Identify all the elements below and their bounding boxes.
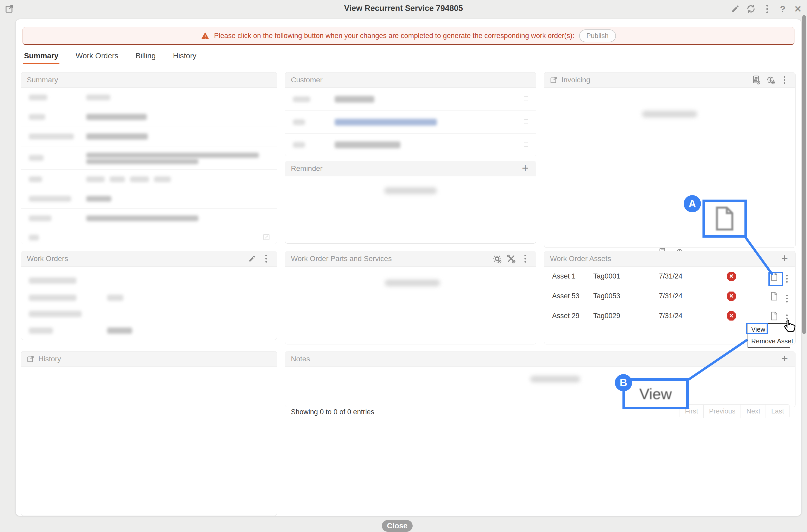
summary-edit-icon[interactable]	[263, 233, 270, 242]
more-options-icon[interactable]	[762, 4, 772, 14]
screen: View Recurrent Service 794805 ? × Please…	[0, 0, 807, 532]
work-orders-panel-title: Work Orders	[27, 254, 68, 263]
asset-tag: Tag0053	[593, 292, 620, 300]
work-orders-panel-header: Work Orders	[21, 251, 277, 267]
pagination-next-button[interactable]: Next	[741, 404, 766, 418]
work-orders-menu-icon[interactable]	[261, 254, 271, 264]
edit-icon[interactable]	[730, 4, 740, 14]
invoicing-panel-title: Invoicing	[561, 76, 590, 84]
assets-panel-header: Work Order Assets +	[544, 251, 795, 267]
mouse-cursor	[783, 318, 796, 334]
asset-row[interactable]: Asset 53 Tag0053 7/31/24 ×	[544, 286, 795, 306]
asset-name: Asset 29	[552, 312, 579, 320]
notes-panel: Notes + Showing 0 to 0 of 0 entries Firs…	[285, 351, 795, 407]
close-button[interactable]: Close	[382, 520, 413, 532]
recurring-payment-icon[interactable]	[766, 75, 775, 85]
work-orders-panel-body	[21, 267, 277, 340]
add-part-icon[interactable]	[492, 254, 502, 264]
invoicing-panel-header: Invoicing	[544, 72, 795, 88]
annotation-a-badge: A	[684, 195, 701, 212]
add-asset-icon[interactable]: +	[780, 254, 790, 264]
asset-document-icon[interactable]	[769, 290, 780, 302]
annotation-a-target-box	[768, 272, 783, 286]
customer-row-icon[interactable]	[523, 118, 529, 126]
entries-count-label: Showing 0 to 0 of 0 entries	[291, 408, 374, 416]
reminder-panel-body	[285, 176, 536, 243]
magnified-view-label: View	[639, 385, 672, 402]
invoicing-menu-icon[interactable]	[780, 75, 790, 85]
page-title: View Recurrent Service 794805	[0, 4, 807, 13]
invoicing-panel-body	[544, 88, 795, 247]
asset-name: Asset 53	[552, 292, 579, 300]
reminder-panel-header: Reminder +	[285, 161, 536, 176]
tab-billing[interactable]: Billing	[134, 50, 157, 64]
refresh-icon[interactable]	[746, 4, 756, 14]
asset-date: 7/31/24	[659, 312, 682, 320]
pagination-previous-button[interactable]: Previous	[703, 404, 741, 418]
vertical-scrollbar[interactable]	[802, 15, 806, 334]
create-invoice-icon[interactable]	[751, 75, 762, 85]
edit-work-orders-icon[interactable]	[247, 254, 257, 264]
customer-panel-title: Customer	[291, 76, 322, 84]
no-data-placeholder	[530, 376, 580, 382]
summary-panel: Summary	[21, 72, 277, 244]
banner-message: Please click on the following button whe…	[214, 32, 574, 40]
history-panel: History	[21, 351, 277, 516]
no-data-placeholder	[384, 187, 437, 194]
annotation-a-box	[702, 200, 747, 238]
no-data-placeholder	[385, 280, 440, 286]
warning-icon	[201, 32, 209, 40]
tab-work-orders[interactable]: Work Orders	[75, 50, 119, 64]
asset-remove-icon[interactable]: ×	[727, 291, 736, 301]
notes-panel-title: Notes	[291, 355, 310, 363]
asset-tag: Tag0029	[593, 312, 620, 320]
history-panel-title: History	[38, 355, 61, 363]
help-icon[interactable]: ?	[777, 4, 788, 14]
customer-row-icon[interactable]	[523, 96, 529, 103]
reminder-panel-title: Reminder	[291, 165, 322, 173]
main-card: Please click on the following button whe…	[15, 19, 802, 516]
invoicing-panel: Invoicing	[544, 72, 795, 248]
add-service-icon[interactable]	[506, 254, 516, 264]
magnified-document-icon	[714, 205, 736, 232]
add-note-icon[interactable]: +	[780, 354, 790, 364]
tab-history[interactable]: History	[172, 50, 197, 64]
tab-summary[interactable]: Summary	[23, 50, 59, 64]
customer-row-icon[interactable]	[523, 141, 529, 149]
add-reminder-icon[interactable]: +	[520, 164, 530, 173]
pagination: First Previous Next Last	[679, 404, 790, 418]
asset-remove-icon[interactable]: ×	[727, 311, 736, 321]
notes-panel-body: Showing 0 to 0 of 0 entries First Previo…	[285, 367, 795, 407]
publish-button[interactable]: Publish	[579, 30, 616, 42]
open-history-icon[interactable]	[27, 355, 34, 363]
pagination-last-button[interactable]: Last	[766, 404, 790, 418]
summary-panel-body	[21, 88, 277, 247]
annotation-b-target-box	[746, 323, 768, 334]
work-orders-panel: Work Orders	[21, 251, 277, 340]
annotation-b-badge: B	[615, 374, 632, 391]
history-panel-header: History	[21, 352, 277, 367]
parts-services-panel-title: Work Order Parts and Services	[291, 254, 392, 263]
no-data-placeholder	[642, 111, 697, 117]
context-menu-remove-asset[interactable]: Remove Asset	[748, 335, 790, 347]
close-window-icon[interactable]: ×	[793, 4, 803, 14]
annotation-b-box: View	[622, 378, 689, 409]
asset-menu-icon[interactable]	[786, 270, 788, 283]
asset-row[interactable]: Asset 1 Tag0001 7/31/24 ×	[544, 267, 795, 286]
customer-panel-body	[285, 88, 536, 156]
parts-services-panel-body	[285, 267, 536, 344]
parts-services-panel-header: Work Order Parts and Services	[285, 251, 536, 267]
customer-panel: Customer	[285, 72, 536, 156]
parts-services-menu-icon[interactable]	[520, 254, 530, 264]
asset-name: Asset 1	[552, 272, 576, 280]
asset-document-icon[interactable]	[769, 310, 780, 322]
top-bar: View Recurrent Service 794805 ? ×	[0, 0, 807, 16]
asset-date: 7/31/24	[659, 272, 682, 280]
summary-panel-title: Summary	[27, 76, 58, 84]
asset-menu-icon[interactable]	[786, 290, 788, 303]
open-invoicing-icon[interactable]	[550, 76, 557, 83]
asset-remove-icon[interactable]: ×	[727, 272, 736, 281]
parts-services-panel: Work Order Parts and Services	[285, 251, 536, 344]
reminder-panel: Reminder +	[285, 161, 536, 244]
asset-date: 7/31/24	[659, 292, 682, 300]
